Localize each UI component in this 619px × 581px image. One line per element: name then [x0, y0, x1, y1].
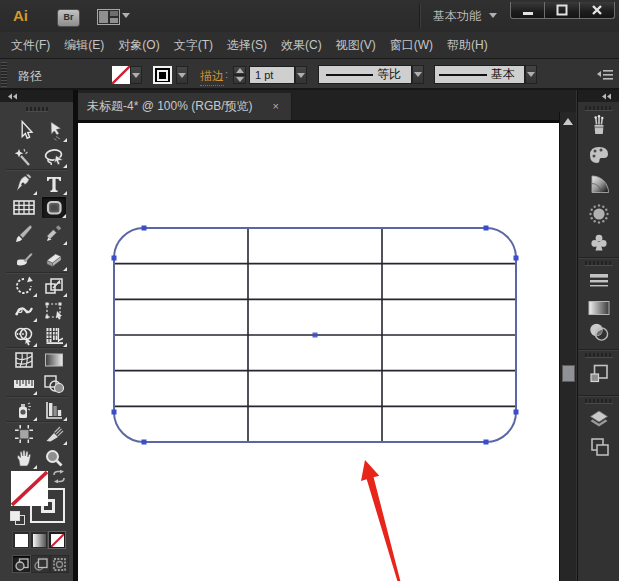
canvas-artboard[interactable]: [78, 123, 559, 581]
menu-窗口w[interactable]: 窗口(W): [386, 33, 437, 58]
lasso-tool[interactable]: [41, 145, 67, 168]
hand-tool[interactable]: [11, 446, 37, 469]
none-button[interactable]: [48, 531, 66, 549]
kuler-panel[interactable]: [583, 202, 614, 225]
draw-normal-button[interactable]: [12, 555, 31, 573]
selection-tool[interactable]: [11, 119, 37, 142]
blob-brush-tool[interactable]: [11, 248, 37, 271]
direct-selection-tool[interactable]: [41, 119, 67, 142]
collapse-left-icon[interactable]: [601, 93, 612, 100]
menu-编辑e[interactable]: 编辑(E): [60, 33, 108, 58]
close-button[interactable]: [580, 2, 615, 19]
dock-panel-grip[interactable]: [585, 399, 613, 404]
menu-文件f[interactable]: 文件(F): [7, 33, 54, 58]
scale-tool[interactable]: [41, 274, 67, 297]
control-panel-menu-icon[interactable]: [597, 69, 614, 81]
stepper-down-icon[interactable]: [233, 75, 246, 84]
stroke-ring-icon: [157, 70, 168, 81]
eraser-tool[interactable]: [41, 248, 67, 271]
color-button[interactable]: [12, 531, 30, 549]
draw-inside-button[interactable]: [50, 555, 69, 573]
minimize-button[interactable]: [510, 2, 545, 19]
pen-tool[interactable]: [11, 172, 37, 195]
flyout-indicator: [63, 267, 67, 271]
fill-indicator[interactable]: [11, 471, 48, 506]
fill-color-swatch[interactable]: [112, 66, 130, 84]
collapse-left-icon[interactable]: [7, 93, 18, 100]
bridge-button[interactable]: Br: [57, 9, 80, 27]
transparency-panel[interactable]: [583, 320, 614, 343]
artboard-tool[interactable]: [11, 422, 37, 445]
document-tab[interactable]: 未标题-4* @ 100% (RGB/预览) ×: [78, 93, 292, 120]
dock-collapse-strip[interactable]: [578, 90, 619, 102]
type-tool[interactable]: [41, 172, 67, 195]
gradient-button[interactable]: [30, 531, 48, 549]
tools-collapse-strip[interactable]: [0, 90, 73, 102]
pencil-tool[interactable]: [41, 222, 67, 245]
swap-fill-stroke-icon[interactable]: [52, 470, 66, 483]
brushes-panel[interactable]: [583, 114, 614, 137]
brush-definition-select[interactable]: 基本: [434, 65, 525, 84]
none-swatch-icon: [51, 534, 64, 547]
control-bar-grip[interactable]: [1, 62, 7, 87]
stroke-weight-dropdown[interactable]: [295, 66, 307, 84]
rounded-rectangle-tool[interactable]: [41, 196, 67, 219]
workspace-switcher[interactable]: 基本功能: [433, 8, 481, 25]
rectangular-grid-tool[interactable]: [11, 196, 37, 219]
width-tool[interactable]: [11, 299, 37, 322]
layers-panel[interactable]: [583, 407, 614, 430]
rotate-tool[interactable]: [11, 274, 37, 297]
tools-panel-grip[interactable]: [26, 107, 48, 112]
mesh-tool[interactable]: [11, 348, 37, 371]
dock-panel-grip[interactable]: [585, 106, 613, 111]
scroll-up-icon[interactable]: [563, 118, 573, 125]
width-profile-dropdown[interactable]: [412, 65, 424, 84]
tab-close-icon[interactable]: ×: [273, 101, 279, 112]
stepper-up-icon[interactable]: [233, 66, 246, 75]
gradient-tool[interactable]: [41, 348, 67, 371]
blend-tool-icon: [43, 374, 65, 394]
width-profile-select[interactable]: 等比: [318, 65, 412, 84]
menu-帮助h[interactable]: 帮助(H): [443, 33, 492, 58]
shape-builder-tool[interactable]: [11, 324, 37, 347]
stroke-weight-stepper[interactable]: [233, 66, 246, 84]
brush-definition-dropdown[interactable]: [525, 65, 537, 84]
stroke-color-swatch[interactable]: [153, 66, 172, 84]
symbols-panel[interactable]: [583, 231, 614, 254]
stroke-swatch-dropdown[interactable]: [176, 66, 188, 84]
stroke-panel-link[interactable]: 描边: [200, 68, 224, 86]
free-transform-tool[interactable]: [41, 299, 67, 322]
stroke-weight-input[interactable]: 1 pt: [249, 66, 295, 84]
maximize-button[interactable]: [545, 2, 580, 19]
fill-swatch-dropdown[interactable]: [130, 66, 142, 84]
gradient-panel[interactable]: [583, 296, 614, 319]
magic-wand-tool[interactable]: [11, 145, 37, 168]
workspace-switcher-dropdown-icon[interactable]: [489, 13, 497, 18]
slice-tool[interactable]: [41, 422, 67, 445]
measure-tool[interactable]: [11, 372, 37, 395]
default-fill-stroke-icon[interactable]: [10, 511, 24, 524]
zoom-tool[interactable]: [41, 446, 67, 469]
appearance-panel[interactable]: [583, 361, 614, 384]
paintbrush-tool[interactable]: [11, 222, 37, 245]
color-panel[interactable]: [583, 143, 614, 166]
dock-panel-grip[interactable]: [585, 261, 613, 266]
stroke-panel[interactable]: [583, 269, 614, 292]
menu-选择s[interactable]: 选择(S): [223, 33, 271, 58]
vertical-scrollbar[interactable]: [559, 112, 576, 581]
draw-behind-button[interactable]: [31, 555, 50, 573]
perspective-grid-tool[interactable]: [41, 324, 67, 347]
menu-效果c[interactable]: 效果(C): [277, 33, 326, 58]
column-graph-tool[interactable]: [41, 398, 67, 421]
symbol-sprayer-tool[interactable]: [11, 398, 37, 421]
color-guide-panel[interactable]: [583, 172, 614, 195]
artboards-panel[interactable]: [583, 435, 614, 458]
workspace-layout-dropdown-icon[interactable]: [122, 13, 130, 18]
menu-文字t[interactable]: 文字(T): [170, 33, 217, 58]
scrollbar-thumb[interactable]: [562, 365, 575, 382]
dock-panel-grip[interactable]: [585, 353, 613, 358]
menu-对象o[interactable]: 对象(O): [114, 33, 163, 58]
blend-tool[interactable]: [41, 372, 67, 395]
menu-视图v[interactable]: 视图(V): [332, 33, 380, 58]
workspace-layout-icon[interactable]: [97, 9, 120, 25]
